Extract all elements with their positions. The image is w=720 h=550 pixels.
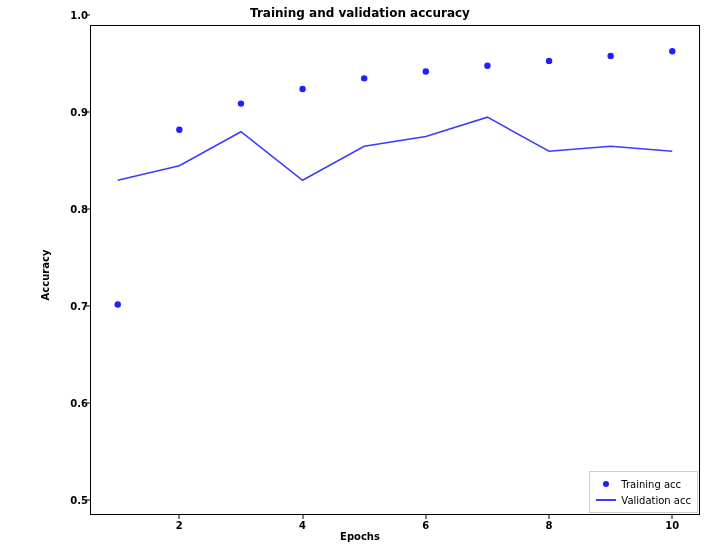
data-layer bbox=[90, 25, 700, 515]
chart-container: Training and validation accuracy Accurac… bbox=[0, 0, 720, 550]
x-tick-label: 4 bbox=[299, 520, 306, 531]
x-tick-label: 2 bbox=[176, 520, 183, 531]
x-tick-label: 10 bbox=[665, 520, 679, 531]
x-tick-mark bbox=[302, 515, 303, 519]
y-axis-label: Accuracy bbox=[40, 250, 51, 301]
legend-item-validation: Validation acc bbox=[596, 492, 691, 508]
chart-title: Training and validation accuracy bbox=[0, 6, 720, 20]
legend-line-icon bbox=[596, 499, 616, 501]
x-tick-mark bbox=[179, 515, 180, 519]
training-point bbox=[607, 53, 613, 59]
training-point bbox=[299, 86, 305, 92]
training-point bbox=[115, 301, 121, 307]
legend-dot-icon bbox=[596, 481, 616, 487]
training-point bbox=[361, 75, 367, 81]
legend-label-validation: Validation acc bbox=[621, 495, 691, 506]
legend: Training acc Validation acc bbox=[589, 471, 698, 513]
training-scatter bbox=[115, 48, 676, 308]
legend-item-training: Training acc bbox=[596, 476, 691, 492]
training-point bbox=[238, 100, 244, 106]
x-axis-label: Epochs bbox=[0, 531, 720, 542]
x-tick-mark bbox=[672, 515, 673, 519]
x-tick-label: 8 bbox=[546, 520, 553, 531]
x-tick-mark bbox=[425, 515, 426, 519]
training-point bbox=[423, 68, 429, 74]
x-tick-mark bbox=[549, 515, 550, 519]
training-point bbox=[669, 48, 675, 54]
x-tick-label: 6 bbox=[422, 520, 429, 531]
validation-line-path bbox=[118, 117, 673, 180]
validation-line bbox=[118, 117, 673, 180]
training-point bbox=[176, 127, 182, 133]
training-point bbox=[546, 58, 552, 64]
training-point bbox=[484, 63, 490, 69]
y-tick-mark bbox=[86, 15, 90, 16]
legend-label-training: Training acc bbox=[621, 479, 681, 490]
